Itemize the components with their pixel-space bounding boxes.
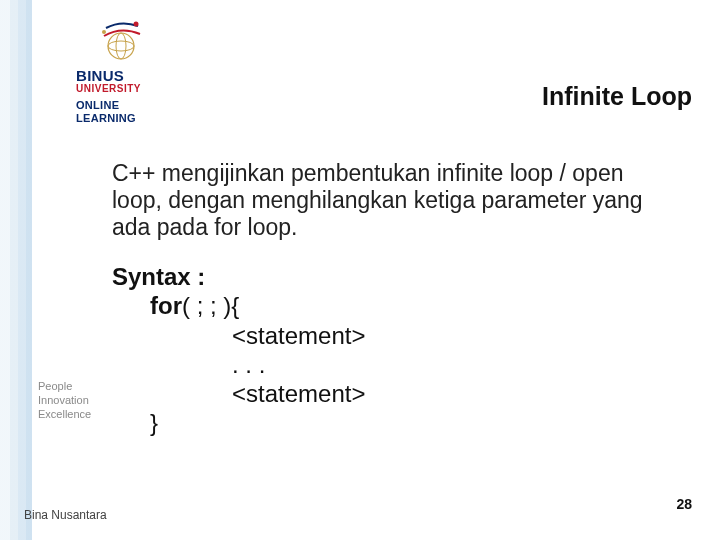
statement-line: <statement>: [232, 321, 365, 350]
statement-line: <statement>: [232, 379, 365, 408]
logo-brand: BINUS: [76, 68, 256, 84]
tagline-line: Innovation: [38, 394, 91, 408]
tagline-line: Excellence: [38, 408, 91, 422]
slide-title: Infinite Loop: [542, 82, 692, 111]
svg-point-3: [134, 22, 139, 27]
logo-university: UNIVERSITY: [76, 84, 256, 95]
logo-online: ONLINELEARNING: [76, 99, 256, 125]
tagline-line: People: [38, 380, 91, 394]
logo: BINUS UNIVERSITY ONLINELEARNING: [76, 22, 256, 126]
syntax-block: Syntax : for( ; ; ){ <statement> . . . <…: [112, 262, 365, 438]
svg-point-1: [108, 41, 134, 51]
page-number: 28: [676, 496, 692, 512]
close-brace: }: [150, 408, 365, 437]
body-paragraph: C++ mengijinkan pembentukan infinite loo…: [112, 160, 672, 241]
svg-point-2: [116, 33, 126, 59]
globe-icon: [96, 18, 146, 68]
for-keyword: for: [150, 292, 182, 319]
ellipsis-line: . . .: [232, 350, 365, 379]
for-params: ( ; ; ){: [182, 292, 239, 319]
tagline: People Innovation Excellence: [38, 380, 91, 421]
syntax-label: Syntax :: [112, 262, 365, 291]
svg-point-0: [108, 33, 134, 59]
svg-point-4: [102, 30, 106, 34]
decorative-left-strip: [0, 0, 32, 540]
footer-text: Bina Nusantara: [24, 508, 107, 522]
